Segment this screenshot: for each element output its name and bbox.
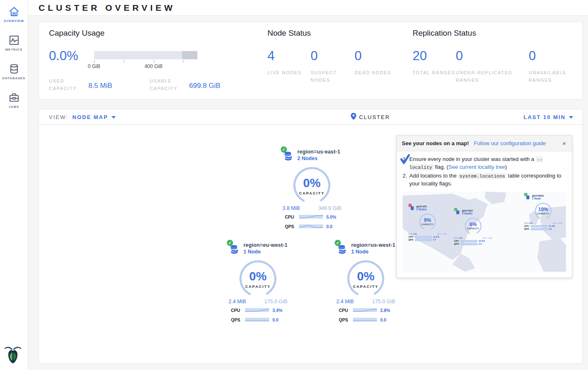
mini-region-label: geo=ams <box>532 194 544 197</box>
metrics-icon <box>8 34 20 46</box>
mini-node-widget-ams: ✓ geo=ams 1 Node 10% CAPACITY <box>524 194 562 230</box>
node-widget-us-west-1[interactable]: ✓ region=us-west-1 1 Node 0% CAPACITY 2.… <box>335 242 397 324</box>
view-dropdown[interactable]: NODE MAP <box>73 114 116 120</box>
used-capacity: 2.4 MiB <box>336 299 354 304</box>
live-nodes-label: LIVE NODES <box>267 69 313 77</box>
cpu-sparkline <box>245 307 269 314</box>
replication-status-section: Replication Status 20 TOTAL RANGES 0 UND… <box>402 22 578 99</box>
cpu-label: CPU <box>231 308 245 313</box>
sidebar-item-label: DATABASES <box>0 76 28 80</box>
mini-nodes-count: 2 Nodes <box>462 212 473 215</box>
close-icon[interactable]: × <box>561 140 567 147</box>
healthy-badge-icon: ✓ <box>335 240 341 246</box>
sidebar-item-databases[interactable]: DATABASES <box>0 63 28 80</box>
axis-tick-label: 0 GiB <box>88 63 100 69</box>
region-label: region=us-west-1 <box>351 242 395 248</box>
cpu-label: CPU <box>339 308 353 313</box>
nodes-count-link[interactable]: 2 Nodes <box>297 156 340 161</box>
section-title: Replication Status <box>413 29 578 38</box>
suspect-nodes-count: 0 <box>311 49 355 63</box>
live-nodes-count: 4 <box>267 49 311 63</box>
config-step-1: 1.Ensure every node in your cluster was … <box>403 156 566 171</box>
breadcrumb-cluster[interactable]: CLUSTER <box>359 114 390 120</box>
usable-capacity-label: USABLE CAPACITY <box>150 78 189 92</box>
mini-nodes-count: 1 Node <box>532 197 544 200</box>
summary-panel: Capacity Usage 0.0% 0 GiB 400 GiB US <box>39 22 583 100</box>
chevron-down-icon <box>112 116 116 119</box>
mini-region-label: geo=nyc <box>462 209 473 212</box>
briefcase-icon <box>8 92 20 103</box>
capacity-bar <box>94 51 197 59</box>
capacity-axis: 0 GiB 400 GiB <box>94 59 210 70</box>
mini-used-capacity: 3.6 GiB <box>524 222 532 224</box>
region-label: region=eu-west-1 <box>243 242 287 248</box>
mini-cpu-sparkline <box>531 225 547 227</box>
home-icon <box>8 6 20 17</box>
capacity-percent: 0% <box>291 176 333 190</box>
capacity-bar-used-segment <box>182 51 197 59</box>
capacity-gauge: 0% CAPACITY <box>291 166 333 204</box>
mini-total-capacity: 34.4 GiB <box>553 222 562 224</box>
sidebar-item-overview[interactable]: OVERVIEW <box>0 6 28 23</box>
mini-nodes-count: 2 Nodes <box>416 208 427 211</box>
capacity-percent: 0% <box>345 270 386 283</box>
total-ranges-count: 20 <box>413 49 456 63</box>
qps-sparkline <box>299 223 323 230</box>
page-title: CLUSTER OVERVIEW <box>39 3 175 13</box>
configuration-guide-link[interactable]: Follow our configuration guide <box>474 140 561 146</box>
locality-tree-link[interactable]: See current locality tree <box>448 164 505 170</box>
example-map-thumbnail: ! geo=sfo 2 Nodes 9% CAPACITY <box>403 192 566 272</box>
node-widget-eu-west-1[interactable]: ✓ region=eu-west-1 1 Node 0% CAPACITY 2.… <box>227 242 289 324</box>
healthy-badge-icon: ✓ <box>281 146 287 153</box>
map-pin-icon <box>351 113 356 122</box>
used-capacity-label: USED CAPACITY <box>49 78 88 92</box>
mini-capacity-caption: CAPACITY <box>464 228 483 230</box>
time-range-dropdown[interactable]: LAST 10 MIN <box>524 114 573 120</box>
axis-tick-label: 400 GiB <box>145 63 163 69</box>
nodes-count-link[interactable]: 1 Node <box>351 249 395 255</box>
sidebar-item-label: METRICS <box>0 48 28 51</box>
capacity-percent: 0.0% <box>49 49 78 63</box>
qps-sparkline <box>353 316 377 324</box>
total-ranges-label: TOTAL RANGES <box>413 69 458 77</box>
capacity-caption: CAPACITY <box>237 285 279 289</box>
mini-region-label: geo=sfo <box>416 205 427 208</box>
under-replicated-label: UNDER-REPLICATED RANGES <box>456 69 522 84</box>
completed-check-icon <box>400 154 410 167</box>
config-step-2: 2.Add locations to the system.locations … <box>403 172 566 188</box>
nodes-count-link[interactable]: 1 Node <box>243 249 287 255</box>
node-map-config-popup: See your nodes on a map! Follow our conf… <box>396 135 572 278</box>
qps-label: QPS <box>339 317 353 322</box>
sidebar-item-jobs[interactable]: JOBS <box>0 92 28 109</box>
qps-value: 0.0 <box>272 317 279 322</box>
section-title: Node Status <box>267 29 402 38</box>
section-title: Capacity Usage <box>49 29 257 38</box>
usable-capacity-value: 699.8 GiB <box>189 82 221 90</box>
mini-qps-sparkline <box>531 228 547 230</box>
cockroachdb-logo[interactable] <box>4 345 22 364</box>
cpu-value: 3.4% <box>272 308 282 313</box>
cpu-value: 2.8% <box>380 308 390 313</box>
chevron-down-icon <box>569 116 573 119</box>
capacity-caption: CAPACITY <box>345 285 386 289</box>
capacity-percent: 0% <box>237 270 279 283</box>
time-range-value: LAST 10 MIN <box>524 114 566 120</box>
sidebar-item-metrics[interactable]: METRICS <box>0 34 28 51</box>
qps-sparkline <box>245 316 269 324</box>
page-header: CLUSTER OVERVIEW <box>28 0 588 16</box>
sidebar-item-label: JOBS <box>0 105 28 109</box>
view-bar: VIEW: NODE MAP CLUSTER LAST 10 MIN <box>39 109 583 125</box>
mini-capacity-percent: 10% <box>534 207 553 212</box>
mini-cpu-sparkline <box>461 240 477 242</box>
cpu-sparkline <box>299 213 323 221</box>
main-content: CLUSTER OVERVIEW Capacity Usage 0.0% 0 G… <box>28 0 588 370</box>
mini-capacity-caption: CAPACITY <box>418 224 437 226</box>
mini-node-widget-nyc: ✓ geo=nyc 2 Nodes 6% CAPACITY <box>454 209 492 245</box>
unavailable-ranges-label: UNAVAILABLE RANGES <box>529 69 578 84</box>
mini-capacity-caption: CAPACITY <box>534 213 553 215</box>
mini-node-widget-sfo: ! geo=sfo 2 Nodes 9% CAPACITY <box>408 205 447 241</box>
total-capacity: 175.0 GiB <box>372 299 395 304</box>
node-map-panel: ✓ region=us-east-1 2 Nodes 0% CAPACITY 3… <box>39 124 583 364</box>
node-widget-us-east-1[interactable]: ✓ region=us-east-1 2 Nodes 0% CAPACITY 3… <box>281 149 343 230</box>
used-capacity-value: 8.5 MiB <box>88 82 146 90</box>
